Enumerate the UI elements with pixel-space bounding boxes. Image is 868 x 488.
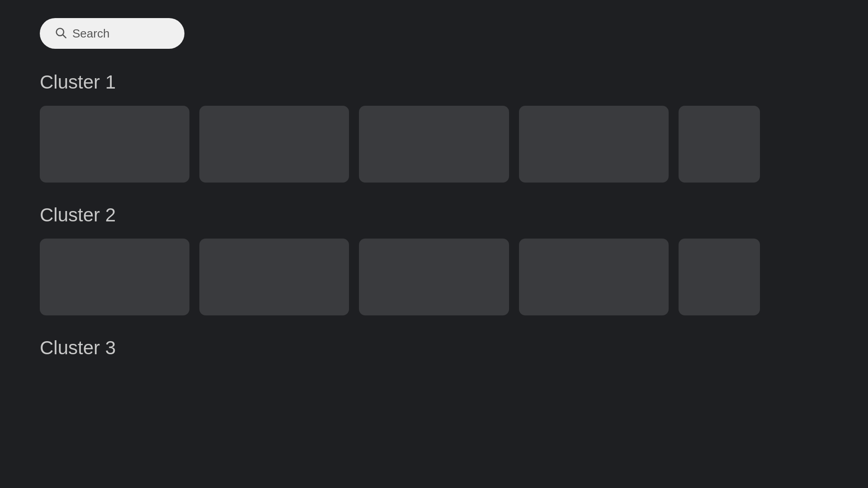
cluster-section-1: Cluster 1	[40, 71, 828, 183]
cluster-2-card-3[interactable]	[359, 239, 509, 315]
cluster-2-card-2[interactable]	[199, 239, 349, 315]
search-bar[interactable]: Search	[40, 18, 184, 49]
page-container: Search Cluster 1 Cluster 2 Cluster 3	[0, 0, 868, 399]
cluster-2-title: Cluster 2	[40, 204, 828, 226]
cluster-1-card-2[interactable]	[199, 106, 349, 183]
cluster-1-card-4[interactable]	[519, 106, 669, 183]
cluster-1-card-5[interactable]	[679, 106, 760, 183]
cluster-2-grid	[40, 239, 828, 315]
cluster-3-title: Cluster 3	[40, 337, 828, 359]
cluster-1-card-1[interactable]	[40, 106, 189, 183]
cluster-2-card-5[interactable]	[679, 239, 760, 315]
cluster-1-card-3[interactable]	[359, 106, 509, 183]
svg-line-1	[63, 35, 66, 38]
cluster-section-2: Cluster 2	[40, 204, 828, 315]
search-placeholder-text: Search	[72, 27, 109, 41]
cluster-2-card-4[interactable]	[519, 239, 669, 315]
cluster-1-grid	[40, 106, 828, 183]
cluster-2-card-1[interactable]	[40, 239, 189, 315]
search-icon	[54, 26, 67, 41]
cluster-section-3: Cluster 3	[40, 337, 828, 359]
cluster-1-title: Cluster 1	[40, 71, 828, 93]
